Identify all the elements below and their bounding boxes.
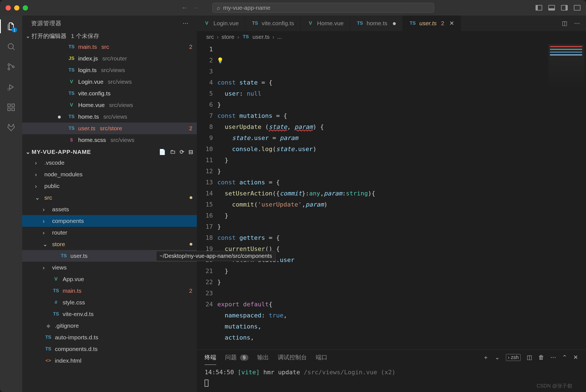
open-editor-item[interactable]: JSindex.jssrc/router	[22, 53, 197, 64]
vue-icon: V	[203, 21, 211, 26]
open-editor-item[interactable]: §home.scsssrc/views	[22, 134, 197, 146]
svg-point-3	[12, 66, 14, 68]
terminal-cursor	[205, 380, 208, 387]
file-item[interactable]: VApp.vue	[22, 273, 197, 285]
search-activity-icon[interactable]	[6, 41, 16, 52]
open-editor-item[interactable]: TSmain.tssrc2	[22, 41, 197, 53]
open-editor-item[interactable]: ●TShome.tssrc/views	[22, 111, 197, 123]
close-panel-icon[interactable]: ✕	[573, 354, 578, 361]
split-editor-icon[interactable]: ◫	[562, 20, 567, 27]
folder-item[interactable]: ›router	[22, 227, 197, 238]
file-item[interactable]: #style.css	[22, 297, 197, 308]
close-tab-icon[interactable]: ✕	[449, 20, 454, 27]
problems-count: 9	[240, 355, 248, 361]
editor-tab[interactable]: TSvite.config.ts	[245, 16, 300, 31]
new-file-icon[interactable]: 📄	[159, 149, 166, 155]
nav-arrows: ← →	[182, 4, 199, 11]
output-tab[interactable]: 输出	[257, 353, 269, 361]
close-window[interactable]	[6, 5, 11, 11]
js-icon: JS	[68, 56, 75, 61]
sidebar-more-icon[interactable]: ⋯	[183, 20, 189, 27]
file-item[interactable]: TSvite-env.d.ts	[22, 308, 197, 320]
editor-tab[interactable]: VHome.vue	[300, 16, 350, 31]
more-icon[interactable]: ⋯	[550, 354, 556, 361]
refresh-icon[interactable]: ⟳	[180, 149, 185, 155]
scm-icon[interactable]	[6, 62, 16, 72]
folder-item[interactable]: ›components	[22, 215, 197, 227]
open-editors-header[interactable]: ⌄ 打开的编辑器 1 个未保存	[22, 31, 197, 41]
chevron-icon: ›	[35, 183, 42, 189]
editor-tab[interactable]: TShome.ts●	[350, 16, 403, 31]
extensions-icon[interactable]	[6, 102, 16, 113]
debug-icon[interactable]	[6, 82, 16, 92]
trash-icon[interactable]: 🗑	[538, 354, 544, 361]
debug-console-tab[interactable]: 调试控制台	[278, 353, 307, 361]
command-search[interactable]: ⌕ my-vue-app-name	[212, 3, 434, 13]
svg-point-1	[8, 64, 10, 66]
project-name: MY-VUE-APP-NAME	[32, 149, 91, 155]
folder-item[interactable]: ›views	[22, 262, 197, 273]
back-icon[interactable]: ←	[182, 4, 187, 11]
file-item[interactable]: TSmain.ts2	[22, 285, 197, 297]
terminal-body[interactable]: 14:54:50 [vite] hmr update /src/views/Lo…	[197, 365, 586, 392]
watermark: CSDN @张子都	[537, 383, 572, 389]
minimize-window[interactable]	[14, 5, 19, 11]
chevron-up-icon[interactable]: ⌃	[562, 354, 567, 361]
breadcrumb[interactable]: src› store› TS user.ts› ...	[197, 31, 586, 43]
chevron-down-icon: ⌄	[26, 149, 29, 155]
folder-item[interactable]: ⌄store	[22, 238, 197, 250]
editor-tab[interactable]: TSuser.ts2✕	[403, 16, 461, 31]
search-text: my-vue-app-name	[223, 4, 270, 11]
vue-icon: V	[307, 21, 314, 26]
new-terminal-icon[interactable]: ＋	[483, 353, 489, 361]
open-editor-item[interactable]: VLogin.vuesrc/views	[22, 76, 197, 88]
chevron-icon: ›	[35, 171, 42, 178]
new-folder-icon[interactable]: 🗀	[170, 149, 176, 155]
more-icon[interactable]: ⋯	[574, 20, 580, 27]
maximize-window[interactable]	[23, 5, 28, 11]
folder-item[interactable]: ›.vscode	[22, 157, 197, 169]
file-item[interactable]: <>index.html	[22, 355, 197, 366]
svg-rect-7	[12, 108, 14, 111]
scss-icon: §	[68, 137, 75, 143]
editor-tab[interactable]: VLogin.vue	[197, 16, 245, 31]
svg-rect-8	[12, 104, 14, 106]
vue-icon: V	[68, 79, 75, 85]
svg-point-0	[8, 44, 13, 49]
file-item[interactable]: ◆.gitignore	[22, 320, 197, 332]
open-editor-item[interactable]: TSvite.config.ts	[22, 88, 197, 99]
folder-item[interactable]: ⌄src	[22, 192, 197, 203]
layout-right-icon[interactable]	[561, 5, 568, 11]
folder-item[interactable]: ›assets	[22, 203, 197, 215]
ts-icon: TS	[44, 335, 52, 340]
file-item[interactable]: TSauto-imports.d.ts	[22, 332, 197, 343]
code-editor[interactable]: 💡 const state = { user: null}const mutat…	[217, 43, 586, 350]
layout-bottom-icon[interactable]	[548, 5, 555, 11]
terminal-tab[interactable]: 终端	[205, 353, 216, 365]
layout-left-icon[interactable]	[536, 5, 542, 11]
folder-item[interactable]: ›public	[22, 180, 197, 192]
collapse-icon[interactable]: ⊟	[188, 149, 193, 155]
chevron-icon: ›	[43, 229, 49, 236]
folder-item[interactable]: ›node_modules	[22, 169, 197, 180]
forward-icon[interactable]: →	[193, 4, 199, 11]
file-item[interactable]: TScomponents.d.ts	[22, 343, 197, 355]
ts-icon: TS	[52, 288, 60, 294]
project-header[interactable]: ⌄ MY-VUE-APP-NAME 📄 🗀 ⟳ ⊟	[22, 147, 197, 157]
svg-rect-6	[8, 108, 10, 111]
gitlab-icon[interactable]	[6, 122, 16, 133]
layout-custom-icon[interactable]	[574, 5, 580, 11]
lightbulb-icon[interactable]: 💡	[217, 55, 224, 66]
minimap[interactable]	[548, 44, 584, 89]
split-terminal-icon[interactable]: ◫	[527, 354, 532, 361]
explorer-icon[interactable]: 1	[6, 21, 16, 32]
split-chevron-icon[interactable]: ⌄	[495, 354, 500, 361]
open-editor-item[interactable]: TSlogin.tssrc/views	[22, 64, 197, 76]
open-editor-item[interactable]: VHome.vuesrc/views	[22, 99, 197, 111]
ports-tab[interactable]: 端口	[316, 353, 327, 361]
open-editor-item[interactable]: ✕TSuser.tssrc/store2	[22, 123, 197, 134]
ts-icon: TS	[68, 44, 75, 50]
shell-indicator[interactable]: › zsh	[506, 354, 521, 361]
problems-tab[interactable]: 问题 9	[225, 353, 248, 361]
tooltip: ~/Desktop/my-vue-app-name/src/components	[156, 251, 276, 261]
